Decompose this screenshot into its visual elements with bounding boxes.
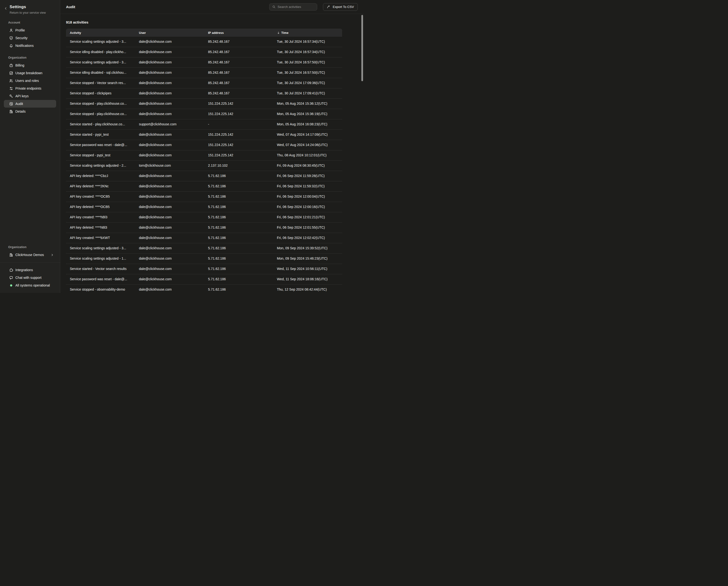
table-body: Service scaling settings adjusted - 3...… [66,37,342,293]
cell-time: Wed, 07 Aug 2024 14:24:06(UTC) [273,140,342,147]
sidebar-item[interactable]: Details [4,107,56,115]
table-row[interactable]: API key created: ****hBl3 dale@clickhous… [66,212,342,223]
export-csv-button[interactable]: Export To CSV [323,3,358,11]
sidebar-footer-label: Chat with support [15,276,42,279]
cell-ip-address: 5.71.62.186 [204,181,273,188]
column-header-activity: Activity [66,31,135,34]
cell-user: dale@clickhouse.com [135,233,204,240]
app-window: Settings Return to your service view Acc… [0,0,364,293]
sidebar-header: Settings Return to your service view [0,0,60,15]
table-row[interactable]: Service started - Vector search results … [66,264,342,274]
table-header: Activity User IP address Time [66,29,342,37]
cell-time: Tue, 30 Jul 2024 16:57:34(UTC) [273,47,342,54]
table-row[interactable]: Service stopped - Vector search res... d… [66,78,342,89]
cell-ip-address: 5.71.62.186 [204,274,273,281]
table-row[interactable]: Service started - play.clickhouse.co... … [66,119,342,130]
vertical-scrollbar-thumb[interactable] [361,15,363,81]
shield-icon [9,36,13,40]
arrows-icon [9,87,13,91]
sidebar-item[interactable]: Profile [4,26,56,34]
sidebar-item[interactable]: Users and roles [4,77,56,84]
cell-user: dale@clickhouse.com [135,212,204,219]
sidebar-item-label: Usage breakdown [15,71,43,75]
cell-user: support@clickhouse.com [135,119,204,126]
cell-user: dale@clickhouse.com [135,89,204,95]
cell-ip-address: 5.71.62.186 [204,285,273,291]
cell-ip-address: 151.224.225.142 [204,99,273,105]
cell-time: Fri, 06 Sep 2024 12:00:04(UTC) [273,192,342,198]
cell-user: dale@clickhouse.com [135,68,204,74]
sidebar-item[interactable]: Usage breakdown [4,69,56,77]
cell-activity: Service scaling settings adjusted - 2... [66,161,135,167]
cell-user: dale@clickhouse.com [135,99,204,105]
table-row[interactable]: Service password was reset - dale@... da… [66,274,342,285]
export-label: Export To CSV [333,5,354,9]
cell-user: dale@clickhouse.com [135,181,204,188]
sidebar-footer-item[interactable]: Integrations [4,266,56,274]
chevron-left-icon [4,7,7,10]
table-row[interactable]: Service scaling settings adjusted - 3...… [66,57,342,68]
sidebar-item[interactable]: Private endpoints [4,84,56,92]
back-button[interactable] [4,7,7,15]
table-row[interactable]: API key deleted: ****OCB5 dale@clickhous… [66,202,342,212]
cell-time: Tue, 30 Jul 2024 16:57:50(UTC) [273,57,342,64]
table-row[interactable]: Service scaling settings adjusted - 2...… [66,161,342,171]
sidebar-footer-item[interactable]: Chat with support [4,274,56,282]
table-row[interactable]: Service stopped - clickpipes dale@clickh… [66,89,342,99]
table-row[interactable]: Service password was reset - dale@... da… [66,140,342,150]
cell-activity: Service started - play.clickhouse.co... [66,119,135,126]
cell-time: Mon, 09 Sep 2024 15:39:52(UTC) [273,243,342,250]
sidebar-footer-item[interactable]: All systems operational [4,282,56,289]
table-row[interactable]: API key deleted: ****CbzJ dale@clickhous… [66,171,342,181]
table-row[interactable]: API key created: ****OCB5 dale@clickhous… [66,192,342,202]
cell-user: dale@clickhouse.com [135,253,204,260]
cell-ip-address: 85.242.48.167 [204,78,273,85]
cell-ip-address: 5.71.62.186 [204,264,273,271]
org-switcher[interactable]: ClickHouse Demos [4,251,56,259]
cell-ip-address: 5.71.62.186 [204,253,273,260]
table-row[interactable]: API key created: ****bXWT dale@clickhous… [66,233,342,243]
building-icon [9,253,13,257]
table-row[interactable]: Service started - pypi_test dale@clickho… [66,130,342,140]
table-row[interactable]: Service scaling settings adjusted - 3...… [66,37,342,47]
cell-activity: Service stopped - observability-demo [66,285,135,291]
section-label-organization: Organization [0,56,60,59]
page-title: Audit [66,5,75,9]
table-row[interactable]: Service scaling settings adjusted - 1...… [66,253,342,264]
sidebar-item[interactable]: Notifications [4,42,56,49]
cell-user: dale@clickhouse.com [135,171,204,178]
table-row[interactable]: Service stopped - pypi_test dale@clickho… [66,150,342,161]
table-row[interactable]: Service scaling settings adjusted - 3...… [66,243,342,253]
table-row[interactable]: API key deleted: ****2KNc dale@clickhous… [66,181,342,192]
cell-time: Wed, 07 Aug 2024 14:17:09(UTC) [273,130,342,137]
sidebar-item[interactable]: Audit [4,100,56,107]
chevron-right-icon [51,253,54,257]
sidebar-item[interactable]: Billing [4,62,56,69]
table-row[interactable]: Service idling disabled - sql.clickhou..… [66,68,342,78]
table-row[interactable]: Service stopped - observability-demo dal… [66,285,342,293]
cell-activity: API key deleted: ****hBl3 [66,223,135,229]
sidebar-item[interactable]: API keys [4,92,56,100]
puzzle-icon [9,268,13,272]
search-input[interactable] [278,5,315,9]
org-switcher-label: Organization [0,245,60,249]
content: 918 activities Activity User IP address … [60,14,364,293]
wallet-icon [9,64,13,68]
column-header-time[interactable]: Time [273,31,342,34]
cell-time: Fri, 06 Sep 2024 12:00:16(UTC) [273,202,342,209]
table-row[interactable]: Service stopped - play.clickhouse.co... … [66,99,342,109]
sidebar: Settings Return to your service view Acc… [0,0,60,293]
cell-time: Mon, 05 Aug 2024 16:08:23(UTC) [273,119,342,126]
table-row[interactable]: Service stopped - play.clickhouse.co... … [66,109,342,119]
cell-activity: Service stopped - play.clickhouse.co... [66,109,135,116]
cell-activity: API key created: ****OCB5 [66,192,135,198]
cell-ip-address: 5.71.62.186 [204,212,273,219]
search-icon [272,5,276,9]
settings-subtitle: Return to your service view [9,11,46,15]
cell-time: Fri, 06 Sep 2024 12:02:42(UTC) [273,233,342,240]
table-row[interactable]: API key deleted: ****hBl3 dale@clickhous… [66,223,342,233]
sidebar-item[interactable]: Security [4,34,56,42]
cell-time: Thu, 12 Sep 2024 08:42:44(UTC) [273,285,342,291]
table-row[interactable]: Service idling disabled - play.clickho..… [66,47,342,57]
cell-time: Tue, 30 Jul 2024 17:09:36(UTC) [273,78,342,85]
